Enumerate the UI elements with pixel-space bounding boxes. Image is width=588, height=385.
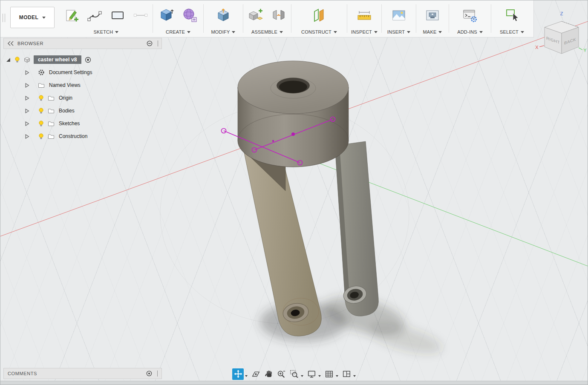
comments-resize-grip[interactable] xyxy=(157,371,158,376)
joint-button[interactable] xyxy=(270,6,288,24)
gear-icon xyxy=(38,69,45,76)
expand-closed-icon[interactable] xyxy=(25,121,29,126)
chevron-down-icon xyxy=(115,31,118,33)
pan-hand-button[interactable] xyxy=(262,368,274,380)
pan-hand-icon xyxy=(264,369,273,379)
select-menu[interactable]: SELECT xyxy=(498,28,526,36)
comments-expand-icon[interactable] xyxy=(146,371,152,376)
browser-row-root[interactable]: caster wheel v8 xyxy=(3,53,162,66)
create-menu-label: CREATE xyxy=(166,29,185,34)
window-bottom-strip xyxy=(0,381,588,385)
measure-button[interactable] xyxy=(355,6,373,24)
model-caster-fork[interactable] xyxy=(238,61,378,336)
panel-minimize-icon[interactable] xyxy=(147,40,153,46)
look-at-button[interactable] xyxy=(250,368,261,380)
viewports-button[interactable] xyxy=(340,368,352,380)
viewcube-axis-x-label: X xyxy=(535,45,539,50)
expand-closed-icon[interactable] xyxy=(25,70,29,75)
create-form-button[interactable] xyxy=(181,6,199,24)
create-box-button[interactable] xyxy=(158,6,176,24)
expand-closed-icon[interactable] xyxy=(25,134,29,139)
expand-open-icon[interactable] xyxy=(6,57,11,62)
create-sketch-button[interactable] xyxy=(63,6,81,24)
panel-resize-grip[interactable] xyxy=(158,40,158,46)
activate-component-radio-icon[interactable] xyxy=(85,57,91,63)
insert-canvas-button[interactable] xyxy=(390,6,408,24)
comments-bar[interactable]: COMMENTS xyxy=(3,368,162,379)
expand-closed-icon[interactable] xyxy=(25,96,29,101)
inspect-menu[interactable]: INSPECT xyxy=(349,28,380,36)
tree-item-label[interactable]: Origin xyxy=(58,95,72,101)
addins-menu[interactable]: ADD-INS xyxy=(455,28,485,36)
expand-closed-icon[interactable] xyxy=(25,83,29,88)
navigation-toolbar xyxy=(232,368,357,380)
rectangle-tool-button[interactable] xyxy=(109,6,127,24)
chevron-down-icon xyxy=(521,31,524,33)
pan-move-button[interactable] xyxy=(232,368,244,380)
sketch-center-point[interactable] xyxy=(291,132,295,136)
visibility-bulb-icon[interactable] xyxy=(38,133,44,140)
tree-item-label[interactable]: Sketches xyxy=(58,121,80,126)
collapse-panel-icon[interactable] xyxy=(7,41,14,46)
browser-tree: caster wheel v8 Document Settings xyxy=(3,53,162,143)
assemble-menu[interactable]: ASSEMBLE xyxy=(249,28,285,36)
browser-header[interactable]: BROWSER xyxy=(3,38,162,49)
folder-icon xyxy=(48,133,55,139)
browser-row-construction[interactable]: Construction xyxy=(3,130,162,143)
tree-item-label[interactable]: Bodies xyxy=(58,108,75,114)
zoom-window-icon xyxy=(289,369,299,379)
ribbon-toolbar: MODEL xyxy=(0,0,534,37)
ribbon-group-insert: INSERT xyxy=(382,0,416,37)
visibility-bulb-icon[interactable] xyxy=(38,120,44,127)
ribbon-group-create: CREATE xyxy=(153,0,203,37)
grid-snap-button[interactable] xyxy=(323,368,334,380)
browser-row-document-settings[interactable]: Document Settings xyxy=(3,66,162,79)
press-pull-icon xyxy=(216,8,231,23)
workspace-label: MODEL xyxy=(19,14,38,20)
browser-row-origin[interactable]: Origin xyxy=(3,92,162,104)
zoom-menu-caret[interactable] xyxy=(301,375,303,377)
canvas-icon xyxy=(391,8,406,23)
display-menu-caret[interactable] xyxy=(318,375,321,377)
spline-button[interactable] xyxy=(86,6,104,24)
tree-item-label[interactable]: Construction xyxy=(58,133,87,139)
zoom-button[interactable] xyxy=(275,368,287,380)
expand-closed-icon[interactable] xyxy=(25,109,29,113)
toolbar-grip[interactable] xyxy=(3,14,5,22)
browser-row-named-views[interactable]: Named Views xyxy=(3,79,162,92)
browser-row-sketches[interactable]: Sketches xyxy=(3,117,162,130)
select-window-icon xyxy=(504,8,520,23)
zoom-window-button[interactable] xyxy=(288,368,300,380)
browser-row-bodies[interactable]: Bodies xyxy=(3,104,162,117)
grid-menu-caret[interactable] xyxy=(336,375,338,377)
tree-item-label[interactable]: Document Settings xyxy=(48,69,92,75)
chevron-down-icon xyxy=(187,31,190,33)
modify-menu[interactable]: MODIFY xyxy=(209,28,238,36)
select-button[interactable] xyxy=(503,6,521,24)
visibility-bulb-icon[interactable] xyxy=(38,95,44,101)
press-pull-button[interactable] xyxy=(214,6,232,24)
ribbon-group-modify: MODIFY xyxy=(204,0,243,37)
make-button[interactable] xyxy=(424,6,441,24)
visibility-bulb-icon[interactable] xyxy=(38,107,44,114)
make-menu[interactable]: MAKE xyxy=(421,28,444,36)
display-settings-button[interactable] xyxy=(306,368,317,380)
sketch-menu[interactable]: SKETCH xyxy=(92,28,121,36)
create-menu[interactable]: CREATE xyxy=(164,28,193,36)
root-item-label[interactable]: caster wheel v8 xyxy=(34,55,81,64)
tree-item-label[interactable]: Named Views xyxy=(48,82,81,88)
insert-menu[interactable]: INSERT xyxy=(385,28,412,36)
sketch-midpoint[interactable] xyxy=(272,140,274,142)
visibility-bulb-icon[interactable] xyxy=(14,56,20,63)
line-disabled-icon xyxy=(133,8,148,23)
chevron-down-icon xyxy=(280,31,283,33)
look-at-icon xyxy=(251,369,260,379)
new-component-button[interactable] xyxy=(247,6,265,24)
scripts-addins-button[interactable] xyxy=(461,6,479,24)
viewcube[interactable]: Z RIGHT BACK X Y xyxy=(533,9,588,59)
construction-plane-button[interactable] xyxy=(310,6,328,24)
construct-menu[interactable]: CONSTRUCT xyxy=(299,28,339,36)
pan-menu-caret[interactable] xyxy=(245,375,248,377)
viewports-menu-caret[interactable] xyxy=(353,375,356,377)
workspace-switcher[interactable]: MODEL xyxy=(10,7,55,28)
